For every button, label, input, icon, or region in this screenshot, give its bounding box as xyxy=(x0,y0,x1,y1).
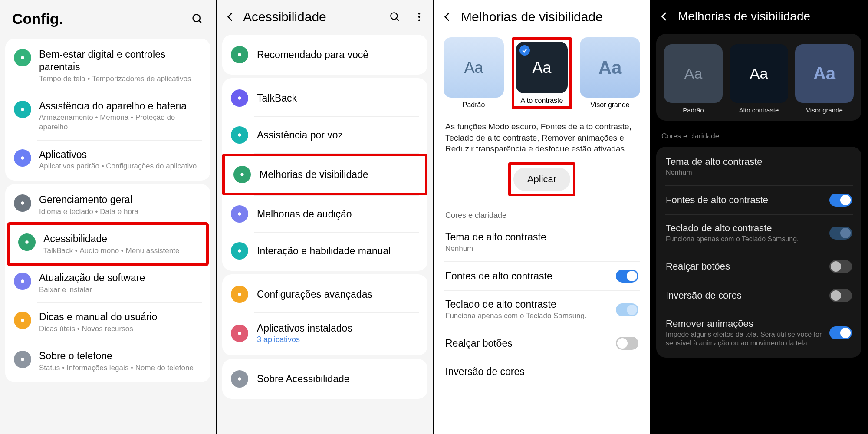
apply-button[interactable]: Aplicar xyxy=(513,168,570,191)
a11y-row-installed[interactable]: Aplicativos instalados 3 aplicativos xyxy=(222,313,427,354)
mode-description: As funções Modo escuro, Fontes de alto c… xyxy=(434,113,650,159)
setting-row[interactable]: Fontes de alto contraste xyxy=(656,186,861,214)
apply-highlight: Aplicar xyxy=(508,162,575,196)
setting-row[interactable]: Inversão de cores xyxy=(656,281,861,310)
back-icon[interactable] xyxy=(659,11,670,22)
accessibility-screen: Acessibilidade Recomendado para você Tal… xyxy=(217,0,434,434)
setting-row[interactable]: Tema de alto contrasteNenhum xyxy=(434,224,650,261)
settings-row-about[interactable]: Sobre o telefone Status • Informações le… xyxy=(5,342,210,381)
settings-row-apps[interactable]: Aplicativos Aplicativos padrão • Configu… xyxy=(5,141,210,179)
svg-point-19 xyxy=(238,212,241,215)
svg-point-12 xyxy=(418,13,420,14)
mode-label: Padrão xyxy=(664,106,723,114)
display-mode-0[interactable]: AaPadrão xyxy=(664,44,723,114)
svg-point-16 xyxy=(238,96,241,99)
apps-icon xyxy=(14,149,31,167)
setting-title: Teclado de alto contraste xyxy=(666,223,822,234)
display-mode-2[interactable]: AaVisor grande xyxy=(580,37,640,109)
settings-row-accessibility[interactable]: Acessibilidade TalkBack • Áudio mono • M… xyxy=(7,222,209,266)
row-title: Melhorias de audição xyxy=(257,208,419,220)
a11y-row-talkback[interactable]: TalkBack xyxy=(222,80,427,116)
toggle-switch[interactable] xyxy=(829,227,852,240)
page-title: Melhorias de visibilidade xyxy=(461,10,603,24)
a11y-row-voice[interactable]: Assistência por voz xyxy=(222,117,427,153)
svg-line-11 xyxy=(396,18,398,20)
setting-subtitle: Impede alguns efeitos da tela. Será útil… xyxy=(666,330,822,349)
row-subtitle: Tempo de tela • Temporizadores de aplica… xyxy=(39,74,202,84)
setting-row[interactable]: Teclado de alto contrasteFunciona apenas… xyxy=(656,215,861,252)
mode-label: Visor grande xyxy=(795,106,854,114)
display-mode-0[interactable]: AaPadrão xyxy=(444,37,504,109)
advanced-icon xyxy=(231,286,248,303)
a11y-row-advanced[interactable]: Configurações avançadas xyxy=(222,276,427,312)
settings-row-tips[interactable]: Dicas e manual do usuário Dicas úteis • … xyxy=(5,303,210,342)
toggle-switch[interactable] xyxy=(829,289,852,302)
svg-point-17 xyxy=(238,133,241,136)
tips-icon xyxy=(14,312,31,329)
a11y-row-interaction[interactable]: Interação e habilidade manual xyxy=(222,233,427,269)
a11y-row-hearing[interactable]: Melhorias de audição xyxy=(222,196,427,232)
row-title: Recomendado para você xyxy=(257,49,419,61)
back-icon[interactable] xyxy=(225,11,236,23)
svg-point-5 xyxy=(21,202,24,205)
wellbeing-icon xyxy=(14,49,31,66)
setting-row[interactable]: Teclado de alto contrasteFunciona apenas… xyxy=(434,291,650,329)
search-icon[interactable] xyxy=(389,11,401,23)
setting-row[interactable]: Realçar botões xyxy=(434,329,650,358)
display-mode-2[interactable]: AaVisor grande xyxy=(795,44,854,114)
row-title: Atualização de software xyxy=(39,272,202,284)
settings-row-battery[interactable]: Assistência do aparelho e bateria Armaze… xyxy=(5,92,210,140)
toggle-switch[interactable] xyxy=(616,270,638,283)
setting-row[interactable]: Tema de alto contrasteNenhum xyxy=(656,148,861,185)
hearing-icon xyxy=(231,205,248,223)
row-title: Dicas e manual do usuário xyxy=(39,311,202,323)
display-mode-1[interactable]: AaAlto contraste xyxy=(730,44,788,114)
page-title: Acessibilidade xyxy=(243,10,382,24)
a11y-row-about-a11y[interactable]: Sobre Acessibilidade xyxy=(222,361,427,397)
row-title: Configurações avançadas xyxy=(257,289,419,300)
more-icon[interactable] xyxy=(414,11,425,23)
setting-row[interactable]: Inversão de cores xyxy=(434,358,650,385)
search-icon[interactable] xyxy=(191,13,204,25)
toggle-switch[interactable] xyxy=(829,260,852,273)
toggle-switch[interactable] xyxy=(829,326,852,339)
svg-point-20 xyxy=(238,249,241,252)
settings-row-wellbeing[interactable]: Bem-estar digital e controles parentais … xyxy=(5,40,210,92)
setting-title: Fontes de alto contraste xyxy=(666,194,822,206)
mode-label: Visor grande xyxy=(580,101,640,109)
mode-label: Alto contraste xyxy=(516,97,568,105)
settings-row-update[interactable]: Atualização de software Baixar e instala… xyxy=(5,264,210,302)
visibility-improvements-light: Melhorias de visibilidade AaPadrãoAaAlto… xyxy=(434,0,651,434)
back-icon[interactable] xyxy=(442,11,453,23)
setting-title: Tema de alto contraste xyxy=(666,156,852,168)
setting-row[interactable]: Remover animaçõesImpede alguns efeitos d… xyxy=(656,310,861,356)
row-subtitle: 3 aplicativos xyxy=(257,335,419,344)
toggle-switch[interactable] xyxy=(616,337,638,350)
settings-config-screen: Config. Bem-estar digital e controles pa… xyxy=(0,0,217,434)
toggle-switch[interactable] xyxy=(616,303,638,316)
svg-point-22 xyxy=(238,332,241,335)
battery-icon xyxy=(14,101,31,118)
talkback-icon xyxy=(231,89,248,107)
svg-point-14 xyxy=(418,19,420,21)
installed-icon xyxy=(231,325,248,342)
row-title: Bem-estar digital e controles parentais xyxy=(39,48,202,73)
row-title: Assistência do aparelho e bateria xyxy=(39,100,202,112)
svg-point-3 xyxy=(21,108,24,111)
settings-row-general[interactable]: Gerenciamento geral Idioma e teclado • D… xyxy=(5,186,210,224)
a11y-row-recommend[interactable]: Recomendado para você xyxy=(222,36,427,73)
display-mode-1[interactable]: AaAlto contraste xyxy=(512,37,572,109)
page-title: Config. xyxy=(12,10,63,27)
setting-row[interactable]: Fontes de alto contraste xyxy=(434,262,650,290)
toggle-switch[interactable] xyxy=(829,194,852,207)
visibility-improvements-dark: Melhorias de visibilidade AaPadrãoAaAlto… xyxy=(651,0,868,434)
row-title: Sobre Acessibilidade xyxy=(257,373,419,385)
visibility-icon xyxy=(233,166,251,183)
section-header: Cores e claridade xyxy=(651,124,867,143)
a11y-row-visibility[interactable]: Melhorias de visibilidade xyxy=(225,156,425,193)
setting-row[interactable]: Realçar botões xyxy=(656,252,861,281)
row-title: Aplicativos instalados xyxy=(257,322,419,334)
row-title: Aplicativos xyxy=(39,148,202,161)
mode-glyph: Aa xyxy=(684,65,703,82)
svg-point-0 xyxy=(193,14,200,21)
